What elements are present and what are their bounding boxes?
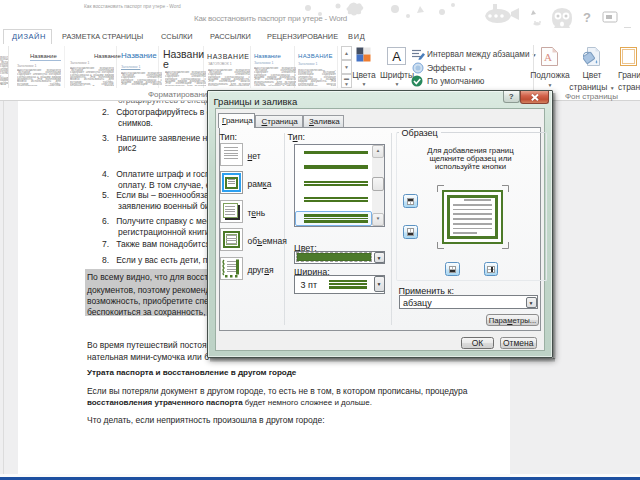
- svg-text:A: A: [544, 51, 552, 63]
- svg-text:?: ?: [583, 10, 591, 25]
